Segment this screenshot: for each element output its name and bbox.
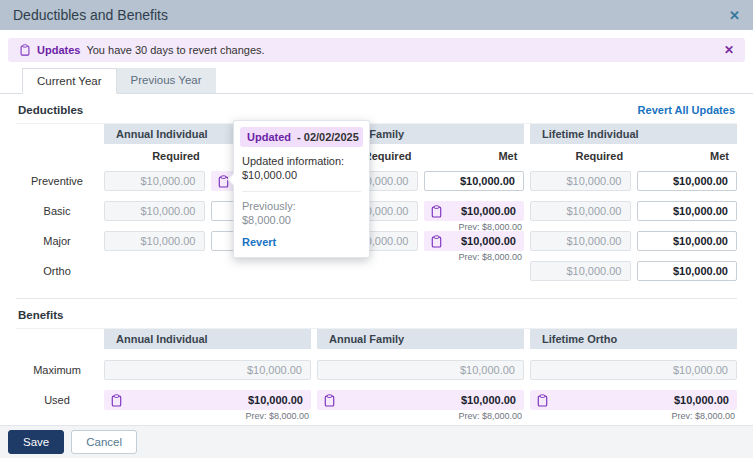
table-row-basic: Basic $10,000.00 Prev: $8,000.00 [16, 196, 737, 226]
column-header-annual-family: Annual Family [317, 329, 524, 349]
table-row-ortho: Ortho [16, 256, 737, 286]
row-label: Basic [16, 205, 98, 217]
met-input[interactable] [637, 201, 738, 221]
dialog-content: Deductibles Revert All Updates Annual In… [0, 94, 753, 415]
revert-link[interactable]: Revert [242, 235, 361, 249]
required-input [104, 171, 205, 191]
updates-banner: Updates You have 30 days to revert chang… [8, 38, 745, 62]
deductibles-heading: Deductibles [18, 104, 83, 116]
tooltip-date: - 02/02/2025 [297, 131, 359, 143]
column-header-lifetime-ortho: Lifetime Ortho [530, 329, 737, 349]
required-input [104, 201, 205, 221]
dialog-titlebar: Deductibles and Benefits ✕ [0, 0, 753, 30]
tooltip-header: Updated - 02/02/2025 [240, 127, 363, 147]
tooltip-previous-label: Previously: [242, 199, 361, 213]
banner-title: Updates [37, 44, 80, 56]
prev-value: Prev: $8,000.00 [671, 411, 735, 421]
tooltip-divider [242, 191, 361, 192]
tooltip-previous-value: $8,000.00 [242, 213, 361, 227]
updated-met-field[interactable]: $10,000.00 Prev: $8,000.00 [424, 201, 525, 221]
clipboard-icon [536, 394, 549, 407]
subheader-met: Met [635, 150, 735, 162]
met-input[interactable] [637, 171, 738, 191]
deductibles-header-row: Annual Individual Annual Family Lifetime… [16, 124, 737, 144]
clipboard-icon [430, 205, 443, 218]
prev-value: Prev: $8,000.00 [458, 252, 522, 262]
maximum-input [104, 360, 311, 380]
tab-current-year[interactable]: Current Year [22, 68, 117, 94]
required-input [530, 171, 631, 191]
required-input [104, 231, 205, 251]
met-input[interactable] [637, 261, 738, 281]
prev-value: Prev: $8,000.00 [458, 411, 522, 421]
update-tooltip: Updated - 02/02/2025 Updated information… [233, 120, 370, 258]
updated-used-field[interactable]: $10,000.00 Prev: $8,000.00 [317, 390, 524, 410]
row-label: Major [16, 235, 98, 247]
dialog-footer: Save Cancel [0, 425, 753, 458]
maximum-input [317, 360, 524, 380]
updated-used-field[interactable]: $10,000.00 Prev: $8,000.00 [530, 390, 737, 410]
met-input[interactable] [637, 231, 738, 251]
subheader-met: Met [423, 150, 523, 162]
banner-message: You have 30 days to revert changes. [86, 44, 264, 56]
dialog-title: Deductibles and Benefits [13, 7, 168, 23]
prev-value: Prev: $8,000.00 [245, 411, 309, 421]
subheader-required: Required [529, 150, 629, 162]
deductibles-subheader-row: Required Met Required Met Required Met [16, 144, 737, 166]
year-tabs: Current Year Previous Year [0, 68, 753, 94]
table-row-maximum: Maximum [16, 355, 737, 385]
clipboard-icon [19, 44, 31, 56]
tooltip-updated-info-label: Updated information: [242, 154, 361, 168]
revert-all-updates-link[interactable]: Revert All Updates [638, 104, 735, 116]
updated-met-field[interactable]: $10,000.00 Prev: $8,000.00 [424, 231, 525, 251]
clipboard-icon [323, 394, 336, 407]
deductibles-benefits-dialog: Deductibles and Benefits ✕ Updates You h… [0, 0, 753, 458]
save-button[interactable]: Save [8, 430, 64, 454]
clipboard-icon [110, 394, 123, 407]
subheader-required: Required [106, 150, 206, 162]
column-header-annual-individual: Annual Individual [104, 329, 311, 349]
met-input[interactable] [424, 171, 525, 191]
benefits-section-head: Benefits [16, 299, 737, 329]
benefits-heading: Benefits [18, 309, 63, 321]
maximum-input [530, 360, 737, 380]
benefits-header-row: Annual Individual Annual Family Lifetime… [16, 329, 737, 349]
cancel-button[interactable]: Cancel [71, 430, 137, 454]
tab-previous-year[interactable]: Previous Year [117, 68, 216, 93]
row-label: Maximum [16, 364, 98, 376]
required-input [530, 231, 631, 251]
tooltip-updated-value: $10,000.00 [242, 168, 361, 182]
clipboard-icon [217, 175, 230, 188]
table-row-major: Major $10,000.00 Prev: $8,000.00 [16, 226, 737, 256]
row-label: Preventive [16, 175, 98, 187]
tooltip-updated-label: Updated [247, 131, 291, 143]
required-input [530, 261, 631, 281]
banner-close-icon[interactable]: ✕ [724, 43, 734, 57]
updated-used-field[interactable]: $10,000.00 Prev: $8,000.00 [104, 390, 311, 410]
table-row-used: Used $10,000.00 Prev: $8,000.00 $10,000.… [16, 385, 737, 415]
benefits-section: Benefits Annual Individual Annual Family… [16, 298, 737, 415]
dialog-close-icon[interactable]: ✕ [729, 9, 740, 22]
clipboard-icon [430, 235, 443, 248]
table-row-preventive: Preventive $10,000.00 [16, 166, 737, 196]
row-label: Ortho [16, 265, 98, 277]
row-label: Used [16, 394, 98, 406]
column-header-lifetime-individual: Lifetime Individual [530, 124, 737, 144]
deductibles-section-head: Deductibles Revert All Updates [16, 94, 737, 124]
required-input [530, 201, 631, 221]
